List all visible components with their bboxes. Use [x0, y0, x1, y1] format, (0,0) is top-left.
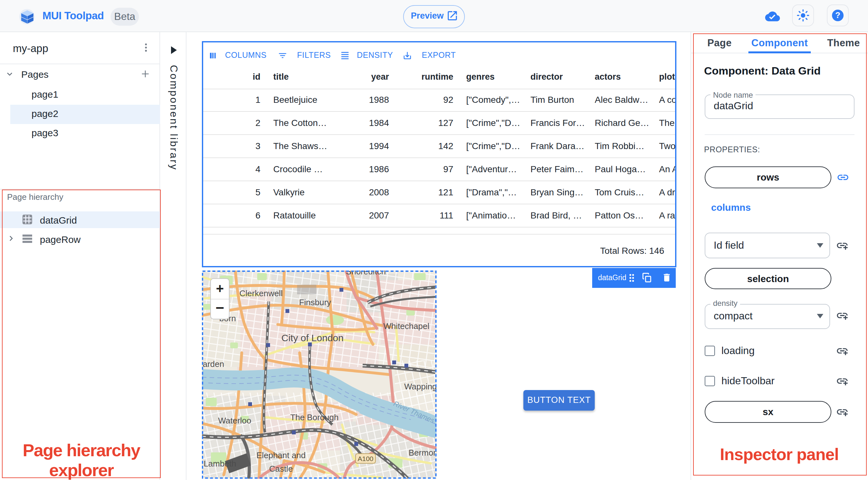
svg-text:A100: A100	[358, 455, 373, 462]
svg-text:Clerkenwell: Clerkenwell	[240, 289, 283, 298]
svg-text:City of London: City of London	[281, 332, 343, 343]
svg-text:Bermondsey: Bermondsey	[409, 448, 437, 457]
svg-text:The Borough: The Borough	[290, 413, 339, 422]
svg-text:Lambeth: Lambeth	[204, 459, 236, 469]
svg-text:Waterloo: Waterloo	[218, 416, 251, 425]
svg-text:Whitechapel: Whitechapel	[383, 321, 429, 331]
svg-text:Wapping: Wapping	[404, 382, 437, 391]
svg-text:Castle: Castle	[269, 464, 293, 474]
svg-text:Elephant and: Elephant and	[256, 450, 305, 460]
svg-text:Finsbury: Finsbury	[299, 297, 331, 307]
svg-text:arden: arden	[203, 359, 224, 369]
